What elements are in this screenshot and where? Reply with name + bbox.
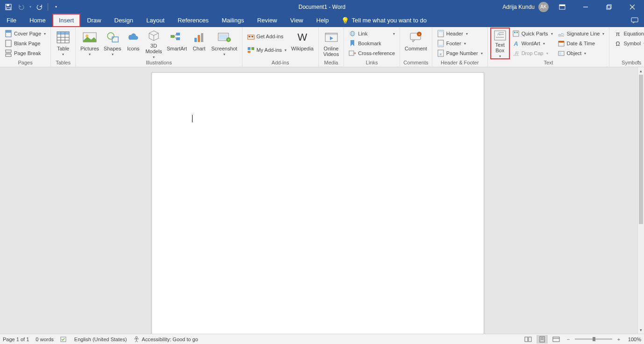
wikipedia-button[interactable]: WWikipedia (289, 28, 315, 59)
status-words[interactable]: 0 words (36, 337, 54, 342)
group-links: Link▾ Bookmark Cross-reference Links (344, 27, 400, 67)
view-web-layout[interactable] (551, 335, 562, 344)
tab-draw[interactable]: Draw (80, 14, 107, 27)
tab-layout[interactable]: Layout (140, 14, 171, 27)
maximize-button[interactable] (599, 0, 619, 14)
view-read-mode[interactable] (522, 335, 534, 344)
drop-cap-button[interactable]: ADrop Cap▾ (510, 49, 555, 58)
table-button[interactable]: Table▾ (54, 28, 72, 59)
ribbon: Cover Page▾ Blank Page Page Break Pages … (0, 27, 644, 67)
undo-dropdown[interactable]: ▾ (28, 1, 33, 13)
status-spellcheck-icon[interactable] (60, 336, 68, 343)
save-button[interactable] (3, 1, 14, 13)
text-cursor (192, 115, 193, 122)
zoom-slider-thumb[interactable] (593, 337, 595, 341)
object-button[interactable]: Object▾ (556, 49, 607, 58)
chart-button[interactable]: Chart (190, 28, 208, 59)
group-header-footer: Header▾ Footer▾ #Page Number▾ Header & F… (432, 27, 488, 67)
icons-button[interactable]: Icons (124, 28, 143, 59)
svg-point-50 (351, 31, 353, 36)
shapes-button[interactable]: Shapes▾ (102, 28, 123, 59)
zoom-out-button[interactable]: − (565, 337, 572, 342)
qat-customize[interactable]: ▾ (50, 1, 62, 13)
footer-button[interactable]: Footer▾ (435, 39, 485, 48)
comments-pane-button[interactable] (625, 14, 644, 27)
svg-rect-7 (608, 5, 611, 8)
svg-rect-84 (529, 337, 531, 342)
scroll-up-icon[interactable]: ▴ (638, 67, 644, 75)
document-area[interactable] (0, 67, 637, 334)
addins-icon (247, 46, 255, 54)
tab-references[interactable]: References (171, 14, 215, 27)
zoom-in-button[interactable]: + (615, 337, 623, 342)
undo-button[interactable] (15, 1, 27, 13)
comment-button[interactable]: +Comment (403, 28, 429, 59)
zoom-slider[interactable] (575, 338, 612, 340)
signature-line-button[interactable]: Signature Line▾ (556, 29, 607, 38)
tell-me-search[interactable]: 💡 Tell me what you want to do (341, 14, 427, 27)
get-addins-button[interactable]: Get Add-ins (245, 32, 288, 41)
minimize-button[interactable] (576, 0, 595, 14)
svg-rect-43 (248, 47, 250, 50)
cover-page-button[interactable]: Cover Page▾ (3, 29, 48, 38)
screenshot-button[interactable]: +Screenshot▾ (209, 28, 239, 59)
pictures-button[interactable]: Pictures▾ (79, 28, 101, 59)
lightbulb-icon: 💡 (341, 17, 349, 24)
blank-page-button[interactable]: Blank Page (3, 39, 48, 48)
quick-access-toolbar: ▾ ▾ (0, 1, 64, 13)
status-bar: Page 1 of 1 0 words English (United Stat… (0, 334, 644, 344)
status-language[interactable]: English (United States) (74, 337, 127, 342)
collapse-ribbon-button[interactable]: ⌃ (636, 60, 640, 66)
online-videos-button[interactable]: Online Videos (322, 28, 341, 59)
status-page[interactable]: Page 1 of 1 (3, 337, 29, 342)
icons-icon (126, 30, 141, 45)
ribbon-display-button[interactable] (552, 0, 572, 14)
quick-parts-button[interactable]: Quick Parts▾ (510, 29, 555, 38)
group-label-pages: Pages (3, 59, 48, 67)
svg-rect-78 (559, 52, 561, 55)
tab-mailings[interactable]: Mailings (215, 14, 251, 27)
cover-page-icon (5, 30, 12, 37)
svg-rect-68 (516, 32, 518, 33)
smartart-button[interactable]: SmartArt (165, 28, 189, 59)
page-number-button[interactable]: #Page Number▾ (435, 49, 485, 58)
status-accessibility[interactable]: Accessibility: Good to go (133, 336, 198, 343)
symbol-button[interactable]: ΩSymbol▾ (612, 39, 644, 48)
tab-view[interactable]: View (284, 14, 310, 27)
3d-models-button[interactable]: 3D Models▾ (143, 28, 164, 59)
date-time-button[interactable]: Date & Time (556, 39, 607, 48)
link-button[interactable]: Link▾ (347, 29, 397, 38)
scroll-thumb[interactable] (639, 75, 643, 224)
close-button[interactable] (623, 0, 642, 14)
header-icon (437, 30, 444, 37)
tab-design[interactable]: Design (108, 14, 140, 27)
equation-button[interactable]: πEquation▾ (612, 29, 644, 38)
svg-rect-6 (607, 6, 610, 9)
tab-insert[interactable]: Insert (52, 14, 81, 27)
header-button[interactable]: Header▾ (435, 29, 485, 38)
tab-home[interactable]: Home (23, 14, 52, 27)
view-print-layout[interactable] (537, 335, 548, 344)
link-icon (349, 30, 356, 37)
group-label-media: Media (322, 59, 341, 67)
bookmark-button[interactable]: Bookmark (347, 39, 397, 48)
scroll-down-icon[interactable]: ▾ (638, 326, 644, 334)
zoom-level[interactable]: 100% (625, 337, 641, 342)
tab-review[interactable]: Review (250, 14, 284, 27)
text-box-button[interactable]: AText Box▾ (491, 28, 509, 59)
svg-rect-35 (201, 33, 203, 42)
page-break-button[interactable]: Page Break (3, 49, 48, 58)
vertical-scrollbar[interactable]: ▴ ▾ (637, 67, 644, 334)
tab-help[interactable]: Help (310, 14, 336, 27)
user-name[interactable]: Adrija Kundu (502, 4, 535, 10)
group-label-text: Text (491, 59, 607, 67)
video-icon (324, 30, 339, 45)
window-title: Document1 - Word (299, 4, 345, 10)
cross-reference-button[interactable]: Cross-reference (347, 49, 397, 58)
document-page[interactable] (151, 72, 484, 334)
wordart-button[interactable]: AWordArt▾ (510, 39, 555, 48)
my-addins-button[interactable]: My Add-ins▾ (245, 45, 288, 55)
tab-file[interactable]: File (0, 14, 23, 27)
user-avatar[interactable]: AK (538, 2, 549, 12)
redo-button[interactable] (34, 1, 45, 13)
